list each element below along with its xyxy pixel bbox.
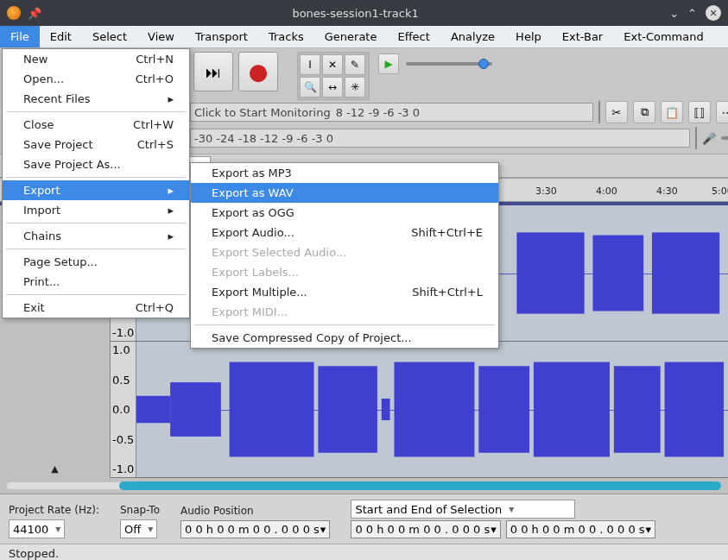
menu-item-print-[interactable]: Print... [3, 272, 189, 292]
selection-end-timecode[interactable]: 0 0 h 0 0 m 0 0 . 0 0 0 s▾ [506, 520, 655, 538]
minimize-icon[interactable]: ⌄ [669, 7, 679, 20]
silence-icon[interactable]: ⋯ [716, 101, 728, 123]
multi-tool-icon[interactable]: ✳ [345, 77, 365, 98]
project-rate-combo[interactable]: 44100 [9, 519, 65, 538]
menu-analyze[interactable]: Analyze [440, 26, 505, 47]
draw-tool-icon[interactable]: ✎ [345, 54, 365, 75]
status-text: Stopped. [9, 547, 59, 560]
audio-position-timecode[interactable]: 0 0 h 0 0 m 0 0 . 0 0 0 s▾ [180, 520, 330, 538]
maximize-icon[interactable]: ⌃ [687, 7, 697, 20]
menu-select[interactable]: Select [82, 26, 137, 47]
tools-toolbox: I ✕ ✎ 🔍 ↔ ✳ [297, 52, 370, 100]
svg-rect-3 [136, 396, 170, 423]
trim-icon[interactable]: ⟦⟧ [688, 101, 711, 123]
record-volume-slider[interactable] [721, 136, 728, 140]
record-button[interactable]: ● [238, 52, 278, 91]
snap-to-label: Snap-To [120, 504, 160, 516]
snap-to-combo[interactable]: Off [120, 519, 157, 538]
svg-rect-11 [614, 366, 661, 452]
menu-extcommand[interactable]: Ext-Command [613, 26, 714, 47]
svg-rect-6 [318, 366, 377, 452]
window-title: bones-session1-track1 [41, 7, 669, 20]
selection-toolbar: Project Rate (Hz): 44100 Snap-To Off Aud… [0, 494, 728, 544]
menu-item-import[interactable]: Import [3, 200, 189, 220]
selection-mode-combo[interactable]: Start and End of Selection [351, 500, 575, 519]
menu-item-exit[interactable]: ExitCtrl+Q [3, 298, 189, 318]
menu-item-save-project-as-[interactable]: Save Project As... [3, 154, 189, 174]
menu-tracks[interactable]: Tracks [258, 26, 314, 47]
timeshift-tool-icon[interactable]: ↔ [322, 77, 343, 98]
menu-edit[interactable]: Edit [40, 26, 82, 47]
menu-item-export-as-mp3[interactable]: Export as MP3 [191, 163, 498, 183]
menu-item-export-as-ogg[interactable]: Export as OGG [191, 203, 498, 223]
audio-position-label: Audio Position [180, 505, 330, 517]
playback-meter[interactable]: -30 -24 -18 -12 -9 -6 -3 0 [190, 129, 690, 148]
zoom-tool-icon[interactable]: 🔍 [300, 77, 320, 98]
skip-end-button[interactable]: ⏭ [193, 52, 233, 91]
menu-item-export-selected-audio-: Export Selected Audio... [191, 242, 498, 262]
app-icon [7, 6, 21, 20]
svg-rect-10 [534, 362, 610, 457]
svg-rect-8 [394, 362, 474, 457]
menu-item-open-[interactable]: Open...Ctrl+O [3, 69, 189, 89]
menu-generate[interactable]: Generate [314, 26, 388, 47]
export-submenu: Export as MP3Export as WAVExport as OGGE… [190, 162, 499, 349]
menu-item-save-project[interactable]: Save ProjectCtrl+S [3, 135, 189, 154]
svg-rect-12 [665, 362, 725, 457]
scrollbar-thumb[interactable] [119, 481, 721, 490]
menu-help[interactable]: Help [505, 26, 552, 47]
collapse-icon[interactable]: ▲ [3, 463, 106, 475]
menubar: File Edit Select View Transport Tracks G… [0, 26, 728, 48]
selection-start-timecode[interactable]: 0 0 h 0 0 m 0 0 . 0 0 0 s▾ [351, 520, 500, 538]
record-meter[interactable]: Click to Start Monitoring8 -12 -9 -6 -3 … [190, 103, 593, 122]
menu-effect[interactable]: Effect [387, 26, 440, 47]
project-rate-label: Project Rate (Hz): [9, 504, 99, 516]
menu-item-page-setup-[interactable]: Page Setup... [3, 252, 189, 272]
menu-item-export-labels-: Export Labels... [191, 262, 498, 282]
svg-rect-0 [516, 232, 584, 313]
copy-icon[interactable]: ⧉ [633, 101, 655, 123]
statusbar: Stopped. [0, 544, 728, 560]
menu-item-export[interactable]: Export [3, 180, 189, 200]
menu-item-export-as-wav[interactable]: Export as WAV [191, 183, 498, 203]
menu-extbar[interactable]: Ext-Bar [552, 26, 613, 47]
menu-item-new[interactable]: NewCtrl+N [3, 49, 189, 69]
svg-rect-5 [230, 362, 314, 457]
menu-item-export-multiple-[interactable]: Export Multiple...Shift+Ctrl+L [191, 282, 498, 302]
file-menu: NewCtrl+NOpen...Ctrl+ORecent FilesCloseC… [2, 48, 190, 318]
close-icon[interactable]: ✕ [706, 5, 721, 21]
envelope-tool-icon[interactable]: ✕ [322, 54, 343, 75]
menu-file[interactable]: File [0, 26, 40, 47]
paste-icon[interactable]: 📋 [661, 101, 683, 123]
svg-rect-7 [382, 399, 390, 420]
menu-item-save-compressed-copy-of-project-[interactable]: Save Compressed Copy of Project... [191, 328, 498, 348]
svg-rect-4 [170, 382, 221, 437]
horizontal-scrollbar[interactable] [0, 478, 728, 494]
selection-tool-icon[interactable]: I [300, 54, 320, 75]
svg-rect-1 [592, 236, 643, 311]
menu-transport[interactable]: Transport [185, 26, 258, 47]
menu-item-chains[interactable]: Chains [3, 226, 189, 246]
titlebar: 📌 bones-session1-track1 ⌄ ⌃ ✕ [0, 0, 728, 26]
menu-item-export-audio-[interactable]: Export Audio...Shift+Ctrl+E [191, 223, 498, 242]
mic-icon: 🎤 [702, 132, 716, 145]
svg-rect-2 [652, 232, 719, 313]
menu-item-export-midi-: Export MIDI... [191, 302, 498, 322]
play-button[interactable]: ▶ [378, 53, 399, 74]
menu-item-recent-files[interactable]: Recent Files [3, 89, 189, 109]
play-speed-slider[interactable] [406, 62, 492, 66]
pin-icon[interactable]: 📌 [28, 7, 41, 20]
menu-view[interactable]: View [137, 26, 185, 47]
waveform-channel-right[interactable]: 1.0 0.5 0.0 -0.5 -1.0 [111, 342, 728, 478]
menu-item-close[interactable]: CloseCtrl+W [3, 115, 189, 135]
cut-icon[interactable]: ✂ [605, 101, 628, 123]
svg-rect-9 [478, 366, 529, 452]
